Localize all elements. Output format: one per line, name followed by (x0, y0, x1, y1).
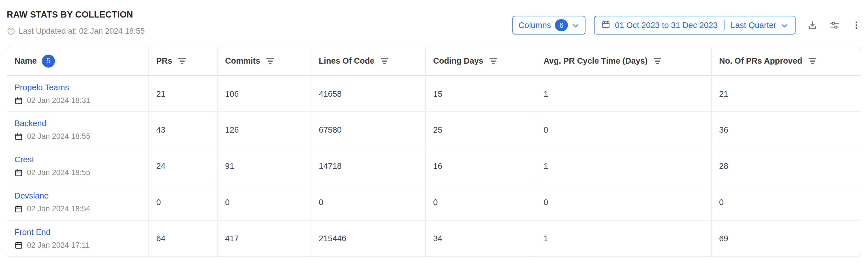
value-cell: 67580 (311, 112, 426, 148)
value-cell: 0 (217, 184, 311, 220)
calendar-icon (14, 169, 23, 177)
date-preset-text: Last Quarter (731, 21, 776, 30)
collection-name-link[interactable]: Devslane (14, 191, 49, 200)
collection-name-link[interactable]: Backend (14, 119, 46, 128)
value-cell: 417 (217, 220, 311, 257)
value-cell: 14718 (311, 148, 426, 184)
value-cell: 0 (536, 184, 711, 220)
row-last-updated: 02 Jan 2024 17:11 (14, 241, 148, 250)
filter-icon[interactable] (177, 56, 187, 66)
name-cell: Crest 02 Jan 2024 18:55 (7, 148, 149, 184)
row-date-text: 02 Jan 2024 18:31 (27, 96, 90, 105)
info-icon (7, 27, 15, 35)
settings-button[interactable] (830, 20, 840, 30)
table-row: Devslane 02 Jan 2024 18:54 000000 (7, 184, 861, 220)
column-header-prs-approved: No. Of PRs Approved (711, 47, 861, 75)
value-cell: 36 (711, 112, 861, 148)
last-updated-text: Last Updated at: 02 Jan 2024 18:55 (19, 27, 145, 36)
table-row: Crest 02 Jan 2024 18:55 24911471816128 (7, 148, 861, 184)
row-last-updated: 02 Jan 2024 18:54 (14, 204, 148, 213)
value-cell: 1 (536, 220, 711, 257)
columns-dropdown-button[interactable]: Columns 6 (513, 16, 585, 34)
date-range-text: 01 Oct 2023 to 31 Dec 2023 (615, 21, 718, 30)
table-row: Backend 02 Jan 2024 18:55 43126675802503… (7, 112, 861, 148)
value-cell: 28 (711, 148, 861, 184)
download-icon (807, 20, 817, 30)
name-cell: Propelo Teams 02 Jan 2024 18:31 (7, 75, 149, 112)
row-date-text: 02 Jan 2024 18:55 (27, 168, 90, 177)
calendar-icon (14, 205, 23, 213)
calendar-icon (14, 241, 23, 250)
calendar-icon (14, 132, 23, 141)
value-cell: 64 (149, 220, 217, 257)
sliders-icon (830, 20, 840, 30)
last-updated: Last Updated at: 02 Jan 2024 18:55 (7, 27, 145, 36)
chevron-down-icon (572, 21, 579, 29)
value-cell: 34 (426, 220, 536, 257)
columns-button-label: Columns (519, 21, 551, 30)
column-header-prs: PRs (149, 47, 217, 75)
value-cell: 21 (149, 75, 217, 112)
calendar-icon (601, 20, 610, 31)
value-cell: 1 (536, 148, 711, 184)
row-last-updated: 02 Jan 2024 18:55 (14, 168, 148, 177)
row-last-updated: 02 Jan 2024 18:55 (14, 132, 148, 141)
value-cell: 69 (711, 220, 861, 257)
value-cell: 0 (711, 184, 861, 220)
value-cell: 0 (149, 184, 217, 220)
title-block: RAW STATS BY COLLECTION Last Updated at:… (7, 10, 145, 36)
collection-name-link[interactable]: Crest (14, 155, 34, 164)
filter-icon[interactable] (488, 56, 498, 66)
name-cell: Backend 02 Jan 2024 18:55 (7, 112, 149, 148)
value-cell: 25 (426, 112, 536, 148)
download-button[interactable] (807, 20, 817, 30)
name-cell: Front End 02 Jan 2024 17:11 (7, 220, 149, 257)
value-cell: 106 (217, 75, 311, 112)
column-header-lines-of-code: Lines Of Code (311, 47, 426, 75)
column-label: Avg. PR Cycle Time (Days) (544, 56, 647, 66)
filter-icon[interactable] (265, 56, 275, 66)
value-cell: 0 (426, 184, 536, 220)
column-label: No. Of PRs Approved (719, 56, 802, 66)
column-label: Name (14, 56, 37, 66)
column-label: Commits (225, 56, 260, 66)
page-header: RAW STATS BY COLLECTION Last Updated at:… (7, 0, 861, 36)
collection-name-link[interactable]: Front End (14, 228, 51, 237)
value-cell: 21 (711, 75, 861, 112)
table-row: Propelo Teams 02 Jan 2024 18:31 21106416… (7, 75, 861, 112)
table-row: Front End 02 Jan 2024 17:11 644172154463… (7, 220, 861, 257)
date-range-button[interactable]: 01 Oct 2023 to 31 Dec 2023 Last Quarter (594, 16, 796, 34)
column-header-name: Name 5 (7, 47, 149, 75)
stats-table: Name 5 PRs Commits Lines Of Code (7, 47, 861, 257)
row-date-text: 02 Jan 2024 17:11 (27, 241, 90, 250)
filter-icon[interactable] (653, 56, 662, 66)
column-header-coding-days: Coding Days (426, 47, 536, 75)
filter-icon[interactable] (380, 56, 390, 66)
column-label: Lines Of Code (319, 56, 375, 66)
collection-name-link[interactable]: Propelo Teams (14, 83, 69, 92)
filter-icon[interactable] (807, 56, 817, 66)
chevron-down-icon (781, 21, 788, 29)
page-title: RAW STATS BY COLLECTION (7, 10, 145, 20)
name-count-badge: 5 (42, 55, 55, 68)
value-cell: 0 (536, 112, 711, 148)
column-header-avg-pr-cycle-time: Avg. PR Cycle Time (Days) (536, 47, 711, 75)
value-cell: 15 (426, 75, 536, 112)
row-date-text: 02 Jan 2024 18:54 (27, 204, 90, 213)
value-cell: 215446 (311, 220, 426, 257)
name-cell: Devslane 02 Jan 2024 18:54 (7, 184, 149, 220)
column-label: PRs (156, 56, 172, 66)
value-cell: 24 (149, 148, 217, 184)
table-header-row: Name 5 PRs Commits Lines Of Code (7, 47, 861, 75)
value-cell: 126 (217, 112, 311, 148)
more-menu-button[interactable] (851, 20, 861, 30)
value-cell: 1 (536, 75, 711, 112)
row-date-text: 02 Jan 2024 18:55 (27, 132, 90, 141)
column-header-commits: Commits (217, 47, 311, 75)
value-cell: 43 (149, 112, 217, 148)
calendar-icon (14, 96, 23, 105)
kebab-menu-icon (851, 20, 861, 30)
value-cell: 91 (217, 148, 311, 184)
separator (724, 20, 724, 30)
column-label: Coding Days (433, 56, 483, 66)
